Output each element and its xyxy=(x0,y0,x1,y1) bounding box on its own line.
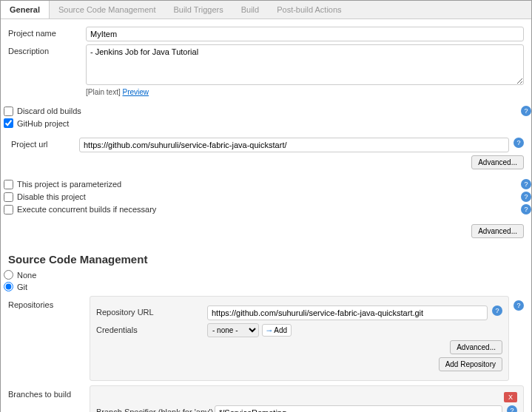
concurrent-label: Execute concurrent builds if necessary xyxy=(17,205,156,214)
discard-old-checkbox[interactable] xyxy=(4,107,13,116)
advanced-button[interactable]: Advanced... xyxy=(471,155,524,169)
tab-build[interactable]: Build xyxy=(232,1,268,18)
help-icon[interactable]: ? xyxy=(521,179,531,189)
parameterized-label: This project is parameterized xyxy=(17,180,121,189)
discard-old-label: Discard old builds xyxy=(17,107,81,115)
preview-link[interactable]: Preview xyxy=(122,88,149,96)
project-url-label: Project url xyxy=(11,138,79,149)
description-textarea[interactable]: - Jenkins Job for Java Tutorial xyxy=(86,44,524,85)
tab-postbuild[interactable]: Post-build Actions xyxy=(268,1,350,18)
tab-scm[interactable]: Source Code Management xyxy=(50,1,164,18)
scm-none-label: None xyxy=(17,271,36,280)
repositories-label: Repositories xyxy=(8,296,90,309)
help-icon[interactable]: ? xyxy=(521,106,531,116)
scm-heading: Source Code Management xyxy=(1,253,531,266)
disable-checkbox[interactable] xyxy=(4,192,13,202)
branch-spec-input[interactable] xyxy=(215,405,502,412)
project-name-input[interactable] xyxy=(86,27,524,41)
key-icon: ⊸ xyxy=(266,327,272,334)
delete-branch-button[interactable]: X xyxy=(504,392,517,402)
help-icon[interactable]: ? xyxy=(492,305,502,316)
scm-git-radio[interactable] xyxy=(4,282,13,291)
project-name-label: Project name xyxy=(8,27,86,38)
github-project-checkbox[interactable] xyxy=(4,118,13,128)
credentials-label: Credentials xyxy=(96,323,207,334)
project-url-input[interactable] xyxy=(79,138,509,152)
plain-text-label: [Plain text] xyxy=(86,88,121,96)
credentials-select[interactable]: - none - xyxy=(207,323,259,337)
tab-triggers[interactable]: Build Triggers xyxy=(164,1,232,18)
concurrent-checkbox[interactable] xyxy=(4,205,13,215)
add-repository-button[interactable]: Add Repository xyxy=(439,357,502,371)
repo-url-input[interactable] xyxy=(207,305,488,320)
repo-advanced-button[interactable]: Advanced... xyxy=(450,340,502,354)
scm-git-label: Git xyxy=(17,283,27,291)
parameterized-checkbox[interactable] xyxy=(4,180,13,189)
branch-spec-label: Branch Specifier (blank for 'any') xyxy=(96,405,215,412)
scm-none-radio[interactable] xyxy=(4,270,13,280)
help-icon[interactable]: ? xyxy=(507,405,517,412)
advanced-button[interactable]: Advanced... xyxy=(471,224,524,238)
config-tabs: General Source Code Management Build Tri… xyxy=(1,1,531,19)
add-credentials-button[interactable]: ⊸ Add xyxy=(262,324,292,337)
help-icon[interactable]: ? xyxy=(514,138,524,148)
disable-label: Disable this project xyxy=(17,192,86,201)
branches-label: Branches to build xyxy=(8,385,90,399)
help-icon[interactable]: ? xyxy=(514,300,524,311)
github-project-label: GitHub project xyxy=(17,119,69,128)
tab-general[interactable]: General xyxy=(1,1,50,18)
help-icon[interactable]: ? xyxy=(521,204,531,215)
help-icon[interactable]: ? xyxy=(521,192,531,202)
description-label: Description xyxy=(8,44,86,55)
repo-url-label: Repository URL xyxy=(96,305,207,317)
